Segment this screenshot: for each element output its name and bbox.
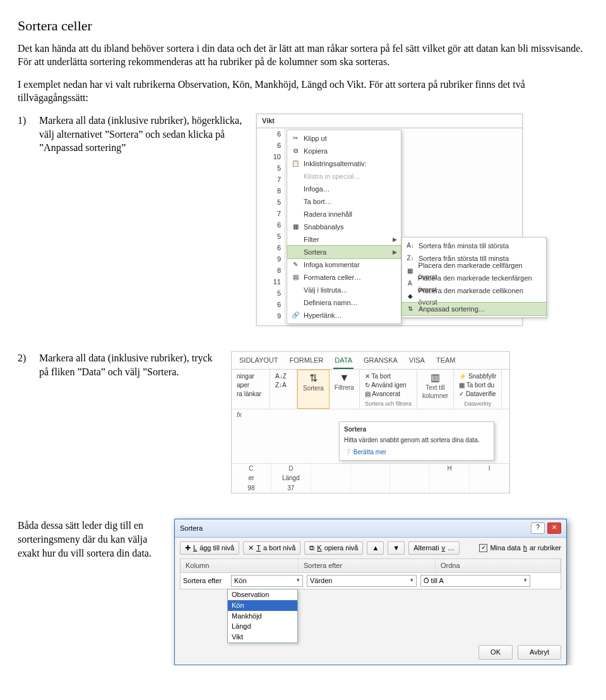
col-c: C: [232, 464, 271, 474]
sort-dialog: Sortera ? ✕ ✚LLägg till nivåägg till niv…: [174, 519, 567, 665]
cell-98: 98: [232, 483, 271, 493]
scissors-icon: ✂: [291, 134, 300, 143]
clipboard-icon: 📋: [291, 159, 300, 168]
closing-paragraph: Båda dessa sätt leder dig till en sorter…: [18, 519, 163, 560]
col-h: H: [430, 464, 470, 474]
menu-paste-options[interactable]: 📋Inklistringsalternativ:: [287, 157, 401, 170]
sort-on-select[interactable]: Värden: [307, 575, 417, 587]
ribbon-fragment-ningar: ningar: [237, 372, 264, 381]
col-d: D: [271, 464, 311, 474]
cell-37: 37: [271, 483, 311, 493]
reapply-button[interactable]: ↻ Använd igen: [365, 381, 412, 390]
tooltip-link[interactable]: ❔ Berätta mer: [344, 448, 489, 457]
menu-copy[interactable]: ⧉Kopiera: [287, 145, 401, 157]
tab-sidlayout[interactable]: SIDLAYOUT: [238, 354, 280, 369]
menu-pick-from-list[interactable]: Välj i listruta…: [287, 284, 401, 296]
sort-asc-icon: A↓: [406, 241, 415, 250]
dropdown-option[interactable]: Längd: [228, 621, 297, 632]
fontcolor-icon: A: [406, 279, 414, 288]
add-icon: ✚: [185, 543, 191, 553]
has-headers-checkbox[interactable]: ✓ Mina data har rubriker: [479, 543, 561, 553]
comment-icon: ✎: [291, 260, 300, 269]
move-up-button[interactable]: ▲: [367, 541, 384, 555]
context-menu: ✂Klipp ut ⧉Kopiera 📋Inklistringsalternat…: [287, 130, 401, 324]
group-datatools-label: Dataverkty: [459, 400, 496, 407]
formula-bar-fx[interactable]: fx: [237, 411, 242, 419]
menu-hyperlink[interactable]: 🔗Hyperlänk…: [287, 309, 401, 322]
column-header-vikt: Vikt: [257, 114, 522, 128]
filter-button[interactable]: Filtrera: [335, 383, 354, 392]
col-header-kolumn: Kolumn: [181, 559, 299, 572]
options-button[interactable]: Alternativ…: [408, 541, 460, 555]
analysis-icon: ▦: [291, 222, 300, 231]
tab-visa[interactable]: VISA: [408, 354, 426, 369]
link-icon: 🔗: [291, 311, 300, 320]
step-2-text: Markera all data (inklusive rubriker), t…: [39, 351, 220, 378]
cellicon-icon: ◆: [406, 292, 415, 301]
menu-insert-comment[interactable]: ✎Infoga kommentar: [287, 258, 401, 271]
menu-cut[interactable]: ✂Klipp ut: [287, 132, 401, 145]
order-select[interactable]: Ö till A: [420, 575, 530, 587]
cell-langd: Längd: [271, 473, 311, 483]
ribbon-screenshot: SIDLAYOUT FORMLER DATA GRANSKA VISA TEAM…: [231, 351, 510, 493]
dropdown-option[interactable]: Observation: [228, 589, 297, 600]
selected-column-values: 6610 578 576 569 8115 69: [257, 128, 285, 325]
clear-filter-button[interactable]: ✕ Ta bort: [365, 372, 412, 381]
data-validation-button[interactable]: ✓ Dataverifie: [459, 390, 496, 399]
dropdown-option[interactable]: Vikt: [228, 632, 297, 643]
intro-paragraph-2: I exemplet nedan har vi valt rubrikerna …: [18, 78, 588, 105]
menu-filter[interactable]: Filter▶: [287, 233, 401, 246]
col-header-sortera-efter: Sortera efter: [299, 559, 436, 572]
cancel-button[interactable]: Avbryt: [518, 645, 561, 660]
page-title: Sortera celler: [18, 16, 588, 35]
sort-submenu: A↓Sortera från minsta till största Z↓Sor…: [401, 237, 547, 318]
sort-tooltip: Sortera Hitta värden snabbt genom att so…: [339, 421, 494, 461]
sort-za-button[interactable]: Z↓A: [275, 381, 292, 390]
delete-level-button[interactable]: ✕Ta bort nivå: [243, 541, 300, 555]
close-button[interactable]: ✕: [547, 522, 561, 534]
flash-fill-button[interactable]: ⚡ Snabbfyllr: [459, 372, 496, 381]
dropdown-option-selected[interactable]: Kön: [228, 600, 297, 611]
menu-insert[interactable]: Infoga…: [287, 183, 401, 195]
step-1-text: Markera all data (inklusive rubriker), h…: [39, 114, 245, 155]
move-down-button[interactable]: ▼: [388, 541, 405, 555]
sort-button[interactable]: Sortera: [303, 384, 324, 393]
text-to-columns-button[interactable]: Text till kolumner: [422, 383, 448, 401]
filter-icon: ▼: [335, 372, 354, 383]
menu-paste-special: Klistra in special…: [287, 170, 401, 183]
submenu-sort-asc[interactable]: A↓Sortera från minsta till största: [402, 239, 546, 252]
intro-paragraph-1: Det kan hända att du ibland behöver sort…: [18, 42, 588, 69]
advanced-button[interactable]: ▤ Avancerat: [365, 390, 412, 399]
column-select[interactable]: Kön: [231, 575, 303, 587]
step-2-marker: 2): [18, 351, 33, 378]
menu-format-cells[interactable]: ▤Formatera celler…: [287, 271, 401, 284]
menu-quick-analysis[interactable]: ▦Snabbanalys: [287, 220, 401, 233]
remove-dup-button[interactable]: ▦ Ta bort du: [459, 381, 496, 390]
context-menu-screenshot: Vikt 6610 578 576 569 8115 69 ✂Klipp ut …: [256, 114, 523, 326]
help-button[interactable]: ?: [531, 522, 545, 534]
tab-team[interactable]: TEAM: [435, 354, 457, 369]
tab-granska[interactable]: GRANSKA: [362, 354, 399, 369]
sort-icon: ⇅: [303, 373, 324, 384]
dropdown-option[interactable]: Mankhöjd: [228, 611, 297, 622]
sort-az-button[interactable]: A↓Z: [275, 372, 292, 381]
copy-icon: ⧉: [309, 543, 314, 553]
tab-formler[interactable]: FORMLER: [288, 354, 325, 369]
chevron-right-icon: ▶: [393, 246, 397, 258]
custom-sort-icon: ⇅: [406, 305, 415, 313]
menu-sort[interactable]: Sortera▶: [287, 246, 401, 258]
copy-icon: ⧉: [291, 147, 300, 155]
menu-define-name[interactable]: Definiera namn…: [287, 296, 401, 309]
add-level-button[interactable]: ✚LLägg till nivåägg till nivå: [180, 541, 239, 555]
tab-data[interactable]: DATA: [333, 354, 354, 369]
step-1-marker: 1): [18, 114, 33, 155]
menu-clear[interactable]: Radera innehåll: [287, 208, 401, 220]
copy-level-button[interactable]: ⧉Kopiera nivå: [304, 541, 363, 555]
ok-button[interactable]: OK: [478, 645, 513, 660]
menu-delete[interactable]: Ta bort…: [287, 195, 401, 208]
group-sort-filter-label: Sortera och filtrera: [365, 400, 412, 407]
submenu-sort-cellicon[interactable]: ◆Placera den markerade cellikonen överst: [402, 290, 546, 303]
text-to-columns-icon: ▥: [422, 372, 448, 383]
delete-icon: ✕: [248, 543, 254, 553]
ribbon-fragment-ralankar: ra länkar: [237, 390, 264, 399]
